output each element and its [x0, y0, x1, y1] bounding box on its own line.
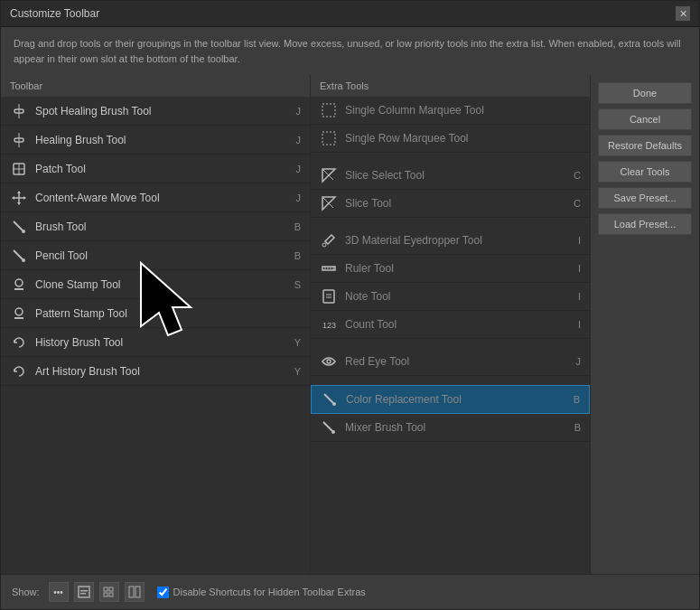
title-bar: Customize Toolbar ✕ [1, 1, 699, 27]
svg-point-17 [15, 279, 23, 286]
svg-rect-46 [104, 587, 107, 591]
extra-tool-shortcut: I [578, 235, 581, 246]
tool-item[interactable]: Art History Brush Tool Y [1, 357, 310, 386]
svg-point-39 [332, 402, 336, 406]
extra-tool-item[interactable]: Note Tool I [311, 283, 590, 311]
count-icon: 123 [320, 315, 338, 333]
svg-rect-47 [109, 587, 113, 591]
patch-icon [10, 160, 28, 178]
dialog-title: Customize Toolbar [10, 7, 99, 20]
tool-shortcut: J [296, 192, 302, 203]
marquee-icon [320, 101, 338, 119]
save-preset-button[interactable]: Save Preset... [598, 187, 692, 209]
slice-icon [320, 194, 338, 212]
svg-point-37 [327, 360, 331, 363]
tool-item[interactable]: Content-Aware Move Tool J [1, 183, 310, 212]
tool-item[interactable]: Healing Brush Tool J [1, 126, 310, 155]
clear-tools-button[interactable]: Clear Tools [598, 161, 692, 183]
svg-rect-22 [322, 132, 335, 145]
note-icon [320, 287, 338, 305]
svg-point-14 [22, 230, 25, 233]
toolbar-panel-header: Toolbar [1, 75, 310, 97]
tool-shortcut: B [294, 250, 301, 261]
extra-tool-name: Single Column Marquee Tool [345, 104, 574, 117]
extra-tool-item[interactable]: 3D Material Eyedropper Tool I [311, 227, 590, 255]
tool-item[interactable]: Spot Healing Brush Tool J [1, 97, 310, 126]
tool-item[interactable]: Patch Tool J [1, 155, 310, 183]
tool-name: Content-Aware Move Tool [35, 192, 289, 204]
tool-name: Pencil Tool [35, 249, 287, 262]
view-option-3-button[interactable] [125, 582, 145, 602]
bandaid-icon [10, 131, 28, 149]
svg-rect-20 [14, 317, 23, 319]
extra-tool-name: Slice Tool [345, 197, 566, 210]
svg-line-38 [324, 394, 333, 403]
restore-defaults-button[interactable]: Restore Defaults [598, 135, 692, 156]
extra-tool-name: Color Replacement Tool [346, 393, 566, 406]
tool-name: Pattern Stamp Tool [35, 307, 294, 320]
extra-tool-item[interactable]: Red Eye Tool J [311, 348, 590, 376]
brush-icon [320, 418, 338, 436]
svg-marker-9 [17, 191, 21, 193]
extra-tool-item[interactable]: Mixer Brush Tool B [311, 414, 590, 442]
tool-shortcut: J [296, 106, 302, 117]
extra-tool-shortcut: I [578, 319, 581, 330]
more-options-button[interactable]: ••• [49, 582, 69, 602]
stamp-icon [10, 305, 28, 323]
extra-tool-item[interactable]: Ruler Tool I [311, 255, 590, 283]
svg-text:123: 123 [322, 321, 336, 330]
extra-tool-item[interactable]: Color Replacement Tool B [311, 385, 590, 414]
tool-shortcut: J [296, 135, 302, 145]
view-option-1-button[interactable] [74, 582, 94, 602]
tool-name: Brush Tool [35, 221, 287, 233]
extra-tool-item[interactable]: Slice Tool C [311, 190, 590, 218]
extra-tool-name: Slice Select Tool [345, 169, 566, 182]
marquee-icon [320, 129, 338, 147]
svg-rect-43 [79, 587, 89, 597]
close-button[interactable]: ✕ [676, 6, 690, 21]
load-preset-button[interactable]: Load Preset... [598, 213, 692, 235]
cancel-button[interactable]: Cancel [598, 108, 692, 130]
extra-tool-shortcut: I [578, 291, 581, 302]
tool-name: Healing Brush Tool [35, 134, 289, 146]
extra-tool-shortcut: I [578, 263, 581, 274]
extra-tool-name: 3D Material Eyedropper Tool [345, 234, 571, 247]
extra-tool-item[interactable]: Slice Select Tool C [311, 162, 590, 190]
tool-shortcut: J [296, 164, 302, 174]
tool-item[interactable]: Pattern Stamp Tool [1, 299, 310, 328]
extra-tool-shortcut: C [574, 170, 581, 181]
svg-marker-11 [12, 196, 14, 200]
svg-rect-44 [80, 590, 88, 592]
disable-shortcuts-checkbox-area: Disable Shortcuts for Hidden Toolbar Ext… [157, 587, 366, 598]
extra-tool-name: Note Tool [345, 290, 571, 303]
tool-item[interactable]: Clone Stamp Tool S [1, 270, 310, 299]
svg-point-41 [331, 430, 335, 434]
svg-rect-50 [129, 587, 134, 597]
svg-point-16 [22, 258, 25, 262]
tool-item[interactable]: Brush Tool B [1, 212, 310, 241]
done-button[interactable]: Done [598, 82, 692, 104]
svg-rect-21 [322, 104, 335, 117]
extra-tool-item[interactable]: Single Column Marquee Tool [311, 97, 590, 125]
customize-toolbar-dialog: Customize Toolbar ✕ Drag and drop tools … [0, 0, 700, 610]
tool-item[interactable]: History Brush Tool Y [1, 328, 310, 357]
extra-tool-list[interactable]: Single Column Marquee Tool Single Row Ma… [311, 97, 590, 574]
svg-rect-33 [323, 290, 334, 303]
tool-item[interactable]: Pencil Tool B [1, 241, 310, 270]
extra-tool-shortcut: J [576, 356, 582, 367]
extra-tool-name: Mixer Brush Tool [345, 421, 567, 434]
disable-shortcuts-label[interactable]: Disable Shortcuts for Hidden Toolbar Ext… [173, 587, 366, 597]
disable-shortcuts-checkbox[interactable] [157, 587, 169, 598]
move-icon [10, 189, 28, 207]
extra-tool-item[interactable]: Single Row Marquee Tool [311, 125, 590, 153]
extra-tool-name: Ruler Tool [345, 262, 571, 275]
group-separator [311, 153, 590, 162]
extra-tool-item[interactable]: 123 Count Tool I [311, 311, 590, 339]
tool-name: Art History Brush Tool [35, 365, 287, 378]
extra-tool-name: Red Eye Tool [345, 355, 569, 368]
toolbar-tool-list[interactable]: Spot Healing Brush Tool J Healing Brush … [1, 97, 310, 574]
svg-rect-48 [104, 593, 107, 596]
slice-icon [320, 166, 338, 184]
view-option-2-button[interactable] [99, 582, 119, 602]
brush-icon [10, 218, 28, 236]
